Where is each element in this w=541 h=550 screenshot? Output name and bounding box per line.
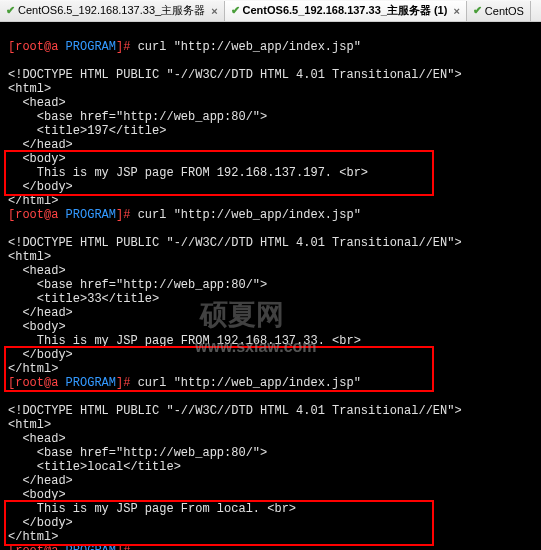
terminal[interactable]: [root@a PROGRAM]# curl "http://web_app/i… [0, 22, 541, 550]
output-line: <!DOCTYPE HTML PUBLIC "-//W3C//DTD HTML … [8, 236, 462, 250]
output-line: This is my JSP page FROM 192.168.137.197… [8, 166, 368, 180]
output-line: <head> [8, 432, 66, 446]
check-icon: ✔ [231, 4, 240, 17]
prompt-end: ]# [116, 544, 138, 550]
output-line: <title>197</title> [8, 124, 166, 138]
output-line: </head> [8, 474, 73, 488]
prompt-path: PROGRAM [66, 40, 116, 54]
output-line: <body> [8, 488, 66, 502]
output-line: <head> [8, 96, 66, 110]
prompt-path: PROGRAM [66, 376, 116, 390]
output-line: <!DOCTYPE HTML PUBLIC "-//W3C//DTD HTML … [8, 404, 462, 418]
output-line: <base href="http://web_app:80/"> [8, 278, 267, 292]
output-line: <html> [8, 82, 51, 96]
output-line: </body> [8, 348, 73, 362]
tab-bar: ✔ CentOS6.5_192.168.137.33_主服务器 × ✔ Cent… [0, 0, 541, 22]
prompt-user: [root@a [8, 40, 66, 54]
prompt-path: PROGRAM [66, 544, 116, 550]
output-line: <html> [8, 418, 51, 432]
output-line: <body> [8, 152, 66, 166]
output-line: <html> [8, 250, 51, 264]
output-line: </body> [8, 180, 73, 194]
close-icon[interactable]: × [211, 5, 217, 17]
tab-label: CentOS6.5_192.168.137.33_主服务器 [18, 3, 205, 18]
prompt-path: PROGRAM [66, 208, 116, 222]
tab-centos-2[interactable]: ✔ CentOS6.5_192.168.137.33_主服务器 (1) × [225, 1, 467, 21]
output-line: This is my JSP page From local. <br> [8, 502, 296, 516]
tab-label: CentOS6.5_192.168.137.33_主服务器 (1) [243, 3, 448, 18]
output-line: <title>local</title> [8, 460, 181, 474]
output-line: <base href="http://web_app:80/"> [8, 110, 267, 124]
output-line: </head> [8, 306, 73, 320]
output-line: <title>33</title> [8, 292, 159, 306]
tab-centos-1[interactable]: ✔ CentOS6.5_192.168.137.33_主服务器 × [0, 1, 225, 21]
output-line: </head> [8, 138, 73, 152]
output-line: This is my JSP page FROM 192.168.137.33.… [8, 334, 361, 348]
output-line: </html> [8, 194, 58, 208]
output-line: </html> [8, 530, 58, 544]
prompt-user: [root@a [8, 208, 66, 222]
tab-label: CentOS [485, 5, 524, 17]
watermark-text: 硕夏网 [200, 308, 284, 322]
output-line: <!DOCTYPE HTML PUBLIC "-//W3C//DTD HTML … [8, 68, 462, 82]
command: curl "http://web_app/index.jsp" [138, 376, 361, 390]
tab-centos-3[interactable]: ✔ CentOS [467, 1, 531, 21]
output-line: <base href="http://web_app:80/"> [8, 446, 267, 460]
command: curl "http://web_app/index.jsp" [138, 40, 361, 54]
prompt-end: ]# [116, 208, 138, 222]
check-icon: ✔ [6, 4, 15, 17]
prompt-user: [root@a [8, 544, 66, 550]
command: curl "http://web_app/index.jsp" [138, 208, 361, 222]
prompt-user: [root@a [8, 376, 66, 390]
output-line: <body> [8, 320, 66, 334]
output-line: <head> [8, 264, 66, 278]
output-line: </html> [8, 362, 58, 376]
prompt-end: ]# [116, 376, 138, 390]
close-icon[interactable]: × [453, 5, 459, 17]
prompt-end: ]# [116, 40, 138, 54]
check-icon: ✔ [473, 4, 482, 17]
output-line: </body> [8, 516, 73, 530]
